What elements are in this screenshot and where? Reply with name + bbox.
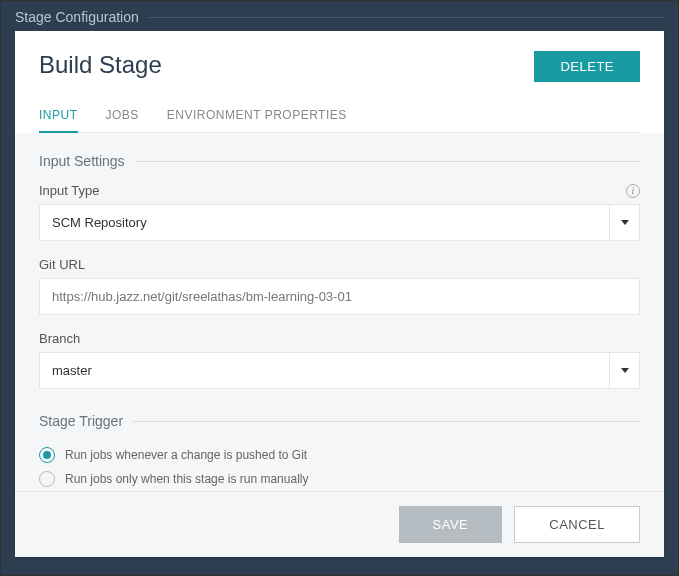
label-row: Branch (39, 331, 640, 346)
branch-select[interactable]: master (39, 352, 640, 389)
trigger-option-manual[interactable]: Run jobs only when this stage is run man… (39, 467, 640, 491)
info-icon[interactable]: i (626, 184, 640, 198)
head-row: Build Stage DELETE (39, 51, 640, 82)
cancel-button[interactable]: CANCEL (514, 506, 640, 543)
save-button[interactable]: SAVE (399, 506, 503, 543)
input-type-select[interactable]: SCM Repository (39, 204, 640, 241)
tab-jobs[interactable]: JOBS (106, 102, 139, 132)
label-row: Input Type i (39, 183, 640, 198)
page-title: Build Stage (39, 51, 162, 79)
section-title: Stage Trigger (39, 413, 123, 429)
input-type-label: Input Type (39, 183, 99, 198)
field-git-url: Git URL (39, 257, 640, 315)
section-title: Input Settings (39, 153, 125, 169)
radio-icon (39, 471, 55, 487)
chevron-down-icon[interactable] (609, 205, 639, 240)
label-row: Git URL (39, 257, 640, 272)
tabs: INPUT JOBS ENVIRONMENT PROPERTIES (39, 102, 640, 133)
radio-icon (39, 447, 55, 463)
input-type-value: SCM Repository (40, 205, 609, 240)
section-head-stage-trigger: Stage Trigger (39, 413, 640, 429)
dialog-title: Stage Configuration (15, 9, 139, 25)
trigger-option-label: Run jobs whenever a change is pushed to … (65, 448, 307, 462)
field-input-type: Input Type i SCM Repository (39, 183, 640, 241)
field-branch: Branch master (39, 331, 640, 389)
tab-input[interactable]: INPUT (39, 102, 78, 132)
branch-label: Branch (39, 331, 80, 346)
section-divider (135, 161, 640, 162)
git-url-label: Git URL (39, 257, 85, 272)
dialog-header: Stage Configuration (1, 1, 678, 31)
panel-footer: SAVE CANCEL (15, 491, 664, 557)
trigger-option-auto[interactable]: Run jobs whenever a change is pushed to … (39, 443, 640, 467)
git-url-input[interactable] (39, 278, 640, 315)
tab-env-props[interactable]: ENVIRONMENT PROPERTIES (167, 102, 347, 132)
delete-button[interactable]: DELETE (534, 51, 640, 82)
panel-head: Build Stage DELETE INPUT JOBS ENVIRONMEN… (15, 31, 664, 133)
branch-value: master (40, 353, 609, 388)
stage-config-dialog: Stage Configuration Build Stage DELETE I… (0, 0, 679, 576)
header-divider (149, 17, 664, 18)
chevron-down-icon[interactable] (609, 353, 639, 388)
stage-panel: Build Stage DELETE INPUT JOBS ENVIRONMEN… (15, 31, 664, 557)
section-divider (133, 421, 640, 422)
trigger-option-label: Run jobs only when this stage is run man… (65, 472, 308, 486)
section-head-input-settings: Input Settings (39, 153, 640, 169)
panel-body: Input Settings Input Type i SCM Reposito… (15, 133, 664, 491)
